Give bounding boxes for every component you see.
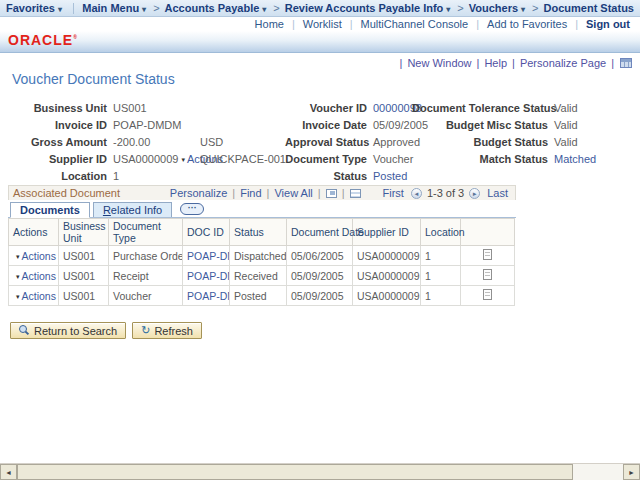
row-actions-caret-icon[interactable]: ▾	[16, 293, 20, 300]
doc-id-link[interactable]: POAP-DM	[187, 250, 230, 262]
field-label: Gross Amount	[8, 134, 113, 151]
field-doc-tolerance-status: Document Tolerance Status Valid	[412, 100, 632, 117]
new-window-link[interactable]: New Window	[407, 57, 471, 69]
tab-related-info[interactable]: Related Info	[93, 202, 172, 217]
multichannel-console-link[interactable]: MultiChannel Console	[361, 18, 469, 30]
add-to-favorites-link[interactable]: Add to Favorites	[487, 18, 567, 30]
row-actions-link[interactable]: Actions	[22, 270, 56, 282]
refresh-button[interactable]: ↻ Refresh	[132, 322, 202, 339]
col-header-actions: Actions	[9, 219, 59, 246]
crumb-review-ap-info[interactable]: Review Accounts Payable Info▾	[285, 2, 453, 14]
cell-document-type: Purchase Order	[109, 246, 183, 266]
field-match-status: Match Status Matched	[412, 151, 632, 168]
field-budget-status: Budget Status Valid	[412, 134, 632, 151]
groupbox-header: Associated Document Personalize | Find |…	[8, 185, 516, 200]
document-icon[interactable]	[483, 289, 492, 300]
associated-documents-table: Actions Business Unit Document Type DOC …	[8, 218, 515, 306]
scrollbar-thumb[interactable]	[17, 464, 573, 480]
horizontal-scrollbar[interactable]: ◄ ►	[0, 463, 640, 480]
field-budget-misc-status: Budget Misc Status Valid	[412, 117, 632, 134]
row-actions-link[interactable]: Actions	[22, 250, 56, 262]
first-link[interactable]: First	[383, 186, 404, 200]
field-label: Status	[285, 168, 373, 185]
chevron-down-icon: ▾	[446, 5, 450, 14]
favorites-label: Favorites	[6, 2, 55, 14]
section-title: Associated Document	[13, 186, 120, 200]
link-separator: |	[611, 57, 614, 69]
field-label: Business Unit	[8, 100, 113, 117]
footer-buttons: Return to Search ↻ Refresh	[10, 322, 202, 339]
personalize-link[interactable]: Personalize	[170, 186, 227, 200]
link-separator: |	[342, 186, 345, 200]
document-icon[interactable]	[483, 269, 492, 280]
field-label: Location	[8, 168, 113, 185]
field-value: POAP-DMDM	[113, 117, 181, 134]
field-invoice-id: Invoice ID POAP-DMDM	[8, 117, 278, 134]
field-value: Valid	[554, 100, 578, 117]
return-to-search-button[interactable]: Return to Search	[10, 322, 126, 339]
crumb-separator: >	[532, 2, 538, 14]
field-supplier-id: Supplier ID USA0000009 ▾ Actions QUICKPA…	[8, 151, 278, 168]
table-row: ▾Actions US001 Receipt POAP-DM Received …	[9, 266, 515, 286]
link-separator: |	[232, 186, 235, 200]
field-label: Supplier ID	[8, 151, 113, 168]
previous-row-icon[interactable]: ◄	[411, 188, 422, 199]
field-label: Voucher ID	[285, 100, 373, 117]
doc-id-link[interactable]: POAP-DM	[187, 270, 230, 282]
next-row-icon[interactable]: ►	[469, 188, 480, 199]
personalization-grid-icon[interactable]	[620, 58, 632, 68]
breadcrumb: Favorites▾ Main Menu▾ > Accounts Payable…	[0, 0, 640, 17]
cell-document-type: Voucher	[109, 286, 183, 306]
cell-document-date: 05/09/2005	[287, 286, 353, 306]
scroll-right-icon[interactable]: ►	[623, 464, 640, 480]
link-separator: |	[477, 57, 480, 69]
link-separator: |	[292, 18, 295, 30]
field-value: US001	[113, 100, 147, 117]
field-label: Invoice Date	[285, 117, 373, 134]
row-actions-caret-icon[interactable]: ▾	[16, 273, 20, 280]
cell-document-date: 05/09/2005	[287, 266, 353, 286]
cell-status: Received	[230, 266, 287, 286]
help-link[interactable]: Help	[484, 57, 507, 69]
row-actions-link[interactable]: Actions	[22, 290, 56, 302]
status-link[interactable]: Posted	[373, 168, 407, 185]
crumb-main-menu[interactable]: Main Menu▾	[82, 2, 148, 14]
cell-business-unit: US001	[59, 286, 109, 306]
find-link[interactable]: Find	[240, 186, 261, 200]
table-header-row: Actions Business Unit Document Type DOC …	[9, 219, 515, 246]
favorites-menu[interactable]: Favorites▾	[6, 2, 64, 14]
last-link[interactable]: Last	[487, 186, 508, 200]
col-header-location: Location	[421, 219, 461, 246]
download-grid-icon[interactable]	[350, 189, 361, 198]
registered-mark: ®	[73, 34, 78, 40]
grid-toolbar: Personalize | Find | View All | |	[167, 186, 364, 200]
crumb-accounts-payable[interactable]: Accounts Payable▾	[165, 2, 269, 14]
doc-id-link[interactable]: POAP-DM	[187, 290, 230, 302]
chevron-down-icon: ▾	[521, 5, 525, 14]
row-actions-caret-icon[interactable]: ▾	[16, 253, 20, 260]
col-header-document-type: Document Type	[109, 219, 183, 246]
view-all-link[interactable]: View All	[274, 186, 312, 200]
cell-status: Posted	[230, 286, 287, 306]
field-business-unit: Business Unit US001	[8, 100, 278, 117]
field-label: Match Status	[412, 151, 554, 168]
document-icon[interactable]	[483, 249, 492, 260]
field-status: Status Posted	[285, 168, 465, 185]
match-status-link[interactable]: Matched	[554, 151, 596, 168]
crumb-vouchers[interactable]: Vouchers▾	[469, 2, 527, 14]
home-link[interactable]: Home	[255, 18, 284, 30]
show-tab-columns-icon[interactable]: ···	[180, 203, 204, 215]
worklist-link[interactable]: Worklist	[303, 18, 342, 30]
cell-document-date: 05/06/2005	[287, 246, 353, 266]
personalize-page-link[interactable]: Personalize Page	[520, 57, 606, 69]
tab-documents[interactable]: Documents	[10, 202, 90, 218]
associated-document-groupbox: Associated Document Personalize | Find |…	[8, 185, 516, 306]
grid-pager: First ◄ 1-3 of 3 ► Last	[380, 186, 512, 200]
scroll-left-icon[interactable]: ◄	[0, 464, 17, 480]
sign-out-link[interactable]: Sign out	[586, 18, 630, 30]
field-value: 1	[113, 168, 119, 185]
actions-caret-icon[interactable]: ▾	[181, 151, 185, 168]
zoom-window-icon[interactable]	[326, 189, 337, 198]
link-separator: |	[512, 57, 515, 69]
field-value: -200.00	[113, 134, 150, 151]
